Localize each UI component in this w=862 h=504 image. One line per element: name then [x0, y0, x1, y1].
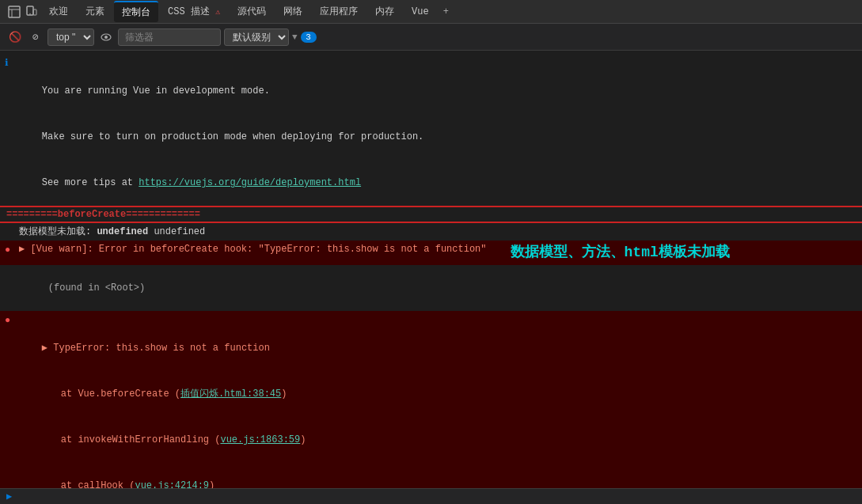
- add-tab-icon[interactable]: +: [439, 3, 454, 21]
- error-icon: ●: [5, 313, 10, 328]
- tab-network[interactable]: 网络: [275, 2, 310, 21]
- filter-input[interactable]: [118, 28, 221, 46]
- stack-link[interactable]: vue.js:1863:59: [220, 434, 300, 445]
- stop-icon[interactable]: ⊘: [27, 28, 44, 46]
- console-error-line: ● ▶ [Vue warn]: Error in beforeCreate ho…: [0, 241, 862, 265]
- before-create-separator: =========beforeCreate=============: [0, 207, 862, 222]
- svg-rect-0: [9, 6, 20, 17]
- console-line: ℹ You are running Vue in development mod…: [0, 54, 862, 114]
- info-icon: ℹ: [5, 56, 9, 70]
- vue-docs-link[interactable]: https://vuejs.org/guide/deployment.html: [139, 177, 361, 188]
- tab-source[interactable]: 源代码: [230, 2, 274, 21]
- console-line: See more tips at https://vuejs.org/guide…: [0, 160, 862, 206]
- tab-application[interactable]: 应用程序: [312, 2, 366, 21]
- device-toggle-icon[interactable]: [24, 4, 40, 20]
- tab-css[interactable]: CSS 描述 ⚠: [160, 2, 228, 21]
- console-line: at Vue.beforeCreate (插值闪烁.html:38:45): [0, 371, 862, 417]
- error-badge: 3: [301, 32, 317, 43]
- tab-welcome[interactable]: 欢迎: [41, 2, 76, 21]
- clear-console-icon[interactable]: 🚫: [6, 28, 24, 46]
- error-icon: ●: [5, 243, 10, 257]
- console-line: at invokeWithErrorHandling (vue.js:1863:…: [0, 417, 862, 463]
- console-error-line: ● ▶ TypeError: this.show is not a functi…: [0, 311, 862, 371]
- console-prompt[interactable]: ▶: [6, 491, 12, 502]
- tab-vue[interactable]: Vue: [404, 3, 437, 21]
- context-selector[interactable]: top ": [47, 28, 94, 46]
- console-line: Make sure to turn on production mode whe…: [0, 114, 862, 160]
- console-line: 数据模型未加载: undefined undefined: [0, 223, 862, 241]
- eye-icon[interactable]: [97, 28, 115, 46]
- annotation-error: 数据模型、方法、html模板未加载: [511, 242, 730, 263]
- console-toolbar: 🚫 ⊘ top " 默认级别 ▼ 3: [0, 24, 862, 51]
- tab-memory[interactable]: 内存: [367, 2, 402, 21]
- svg-point-5: [29, 13, 30, 13]
- level-select[interactable]: 默认级别: [224, 28, 289, 46]
- inspect-icon[interactable]: [6, 4, 22, 20]
- top-nav: 欢迎 元素 控制台 CSS 描述 ⚠ 源代码 网络 应用程序 内存 Vue +: [0, 0, 862, 24]
- tab-console[interactable]: 控制台: [114, 1, 158, 22]
- tab-elements[interactable]: 元素: [78, 2, 112, 21]
- console-output: ℹ You are running Vue in development mod…: [0, 51, 862, 504]
- console-line: (found in <Root>): [0, 265, 862, 311]
- bottom-bar: ▶: [0, 488, 862, 504]
- svg-point-7: [104, 36, 108, 39]
- stack-link[interactable]: 插值闪烁.html:38:45: [180, 388, 281, 400]
